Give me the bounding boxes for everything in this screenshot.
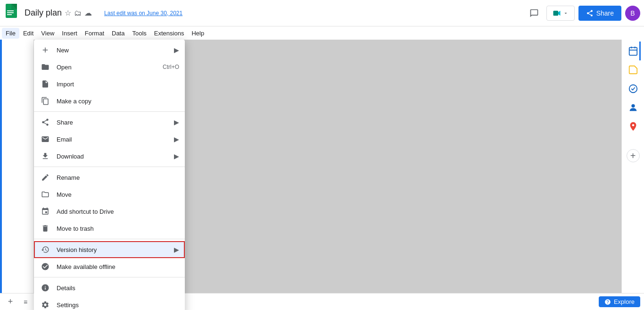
sidebar-calendar-icon[interactable] bbox=[626, 43, 641, 59]
share-arrow: ▶ bbox=[174, 118, 179, 126]
svg-rect-8 bbox=[629, 48, 637, 56]
menu-open[interactable]: Open Ctrl+O bbox=[34, 59, 185, 75]
settings-label: Settings bbox=[57, 302, 179, 309]
menu-version-history[interactable]: Version history ▶ bbox=[34, 241, 185, 258]
menu-details[interactable]: Details bbox=[34, 279, 185, 296]
share-icon bbox=[40, 117, 51, 128]
last-edit-text: Last edit was on June 30, 2021 bbox=[104, 10, 182, 17]
trash-icon bbox=[40, 223, 51, 234]
left-panel bbox=[0, 40, 34, 310]
menu-tools[interactable]: Tools bbox=[128, 28, 150, 39]
rename-label: Rename bbox=[57, 174, 179, 181]
menu-edit[interactable]: Edit bbox=[19, 28, 37, 39]
share-menu-label: Share bbox=[57, 119, 174, 126]
download-label: Download bbox=[57, 153, 174, 160]
svg-rect-5 bbox=[7, 14, 12, 15]
menu-bar: File Edit View Insert Format Data Tools … bbox=[0, 26, 644, 40]
divider-3 bbox=[34, 239, 185, 239]
svg-point-13 bbox=[631, 104, 635, 108]
menu-sheets-button[interactable]: ≡ bbox=[19, 295, 32, 309]
star-icon[interactable]: ☆ bbox=[65, 8, 71, 17]
menu-new[interactable]: New ▶ bbox=[34, 42, 185, 59]
email-icon bbox=[40, 134, 51, 145]
divider-2 bbox=[34, 167, 185, 167]
new-arrow: ▶ bbox=[174, 46, 179, 54]
explore-button[interactable]: Explore bbox=[599, 296, 640, 307]
menu-insert[interactable]: Insert bbox=[58, 28, 81, 39]
svg-marker-7 bbox=[558, 10, 561, 16]
menu-format[interactable]: Format bbox=[81, 28, 108, 39]
svg-rect-4 bbox=[7, 12, 14, 13]
doc-title-area: Daily plan ☆ 🗂 ☁ Last edit was on June 3… bbox=[25, 8, 526, 18]
folder-icon[interactable]: 🗂 bbox=[74, 9, 82, 17]
cloud-icon[interactable]: ☁ bbox=[84, 8, 92, 17]
right-sidebar: + bbox=[621, 40, 644, 310]
details-icon bbox=[40, 282, 51, 293]
comments-button[interactable] bbox=[526, 5, 543, 22]
svg-rect-3 bbox=[7, 10, 14, 11]
open-icon bbox=[40, 61, 51, 73]
divider-1 bbox=[34, 111, 185, 112]
menu-extensions[interactable]: Extensions bbox=[150, 28, 188, 39]
menu-share[interactable]: Share ▶ bbox=[34, 114, 185, 131]
move-label: Move bbox=[57, 191, 179, 198]
menu-make-copy[interactable]: Make a copy bbox=[34, 92, 185, 109]
sidebar-contacts-icon[interactable] bbox=[626, 100, 641, 115]
menu-settings[interactable]: Settings bbox=[34, 296, 185, 310]
menu-file[interactable]: File bbox=[2, 28, 19, 39]
share-button[interactable]: Share bbox=[578, 6, 621, 21]
menu-move[interactable]: Move bbox=[34, 186, 185, 203]
import-label: Import bbox=[57, 81, 179, 88]
rename-icon bbox=[40, 172, 51, 183]
move-icon bbox=[40, 189, 51, 200]
menu-data[interactable]: Data bbox=[108, 28, 128, 39]
share-label: Share bbox=[596, 9, 614, 17]
details-label: Details bbox=[57, 285, 179, 292]
version-history-arrow: ▶ bbox=[174, 246, 179, 253]
menu-import[interactable]: Import bbox=[34, 75, 185, 92]
make-copy-label: Make a copy bbox=[57, 98, 179, 105]
open-label: Open bbox=[57, 64, 163, 71]
menu-email[interactable]: Email ▶ bbox=[34, 131, 185, 148]
user-avatar[interactable]: B bbox=[625, 6, 640, 21]
svg-point-14 bbox=[632, 124, 634, 126]
download-arrow: ▶ bbox=[174, 152, 179, 160]
offline-label: Make available offline bbox=[57, 263, 179, 270]
version-history-label: Version history bbox=[57, 246, 174, 253]
doc-title[interactable]: Daily plan bbox=[25, 8, 62, 18]
sidebar-add-icon[interactable]: + bbox=[627, 149, 640, 162]
svg-point-12 bbox=[629, 85, 637, 93]
svg-rect-6 bbox=[553, 10, 558, 16]
email-label: Email bbox=[57, 136, 174, 143]
import-icon bbox=[40, 78, 51, 90]
sidebar-maps-icon[interactable] bbox=[626, 119, 641, 134]
menu-trash[interactable]: Move to trash bbox=[34, 220, 185, 237]
sidebar-keep-icon[interactable] bbox=[626, 62, 641, 77]
add-sheet-button[interactable]: + bbox=[4, 295, 17, 309]
email-arrow: ▶ bbox=[174, 135, 179, 143]
sidebar-tasks-icon[interactable] bbox=[626, 81, 641, 96]
menu-help[interactable]: Help bbox=[188, 28, 208, 39]
meet-button[interactable] bbox=[546, 6, 575, 21]
settings-icon bbox=[40, 299, 51, 310]
green-bar bbox=[0, 0, 2, 310]
menu-download[interactable]: Download ▶ bbox=[34, 148, 185, 165]
shortcut-icon bbox=[40, 206, 51, 217]
top-bar: Daily plan ☆ 🗂 ☁ Last edit was on June 3… bbox=[0, 0, 644, 26]
menu-offline[interactable]: Make available offline bbox=[34, 258, 185, 275]
new-icon bbox=[40, 44, 51, 56]
explore-label: Explore bbox=[614, 298, 635, 305]
menu-add-shortcut[interactable]: Add shortcut to Drive bbox=[34, 203, 185, 220]
divider-4 bbox=[34, 277, 185, 277]
menu-view[interactable]: View bbox=[37, 28, 58, 39]
file-dropdown-menu: New ▶ Open Ctrl+O Import Make a copy Sha… bbox=[34, 40, 185, 310]
top-bar-right: Share B bbox=[526, 5, 640, 22]
history-icon bbox=[40, 244, 51, 255]
open-shortcut: Ctrl+O bbox=[163, 64, 179, 70]
app-icon[interactable] bbox=[4, 5, 21, 22]
new-label: New bbox=[57, 47, 174, 54]
trash-label: Move to trash bbox=[57, 225, 179, 232]
add-shortcut-label: Add shortcut to Drive bbox=[57, 208, 179, 215]
active-indicator bbox=[639, 42, 641, 60]
menu-rename[interactable]: Rename bbox=[34, 169, 185, 186]
